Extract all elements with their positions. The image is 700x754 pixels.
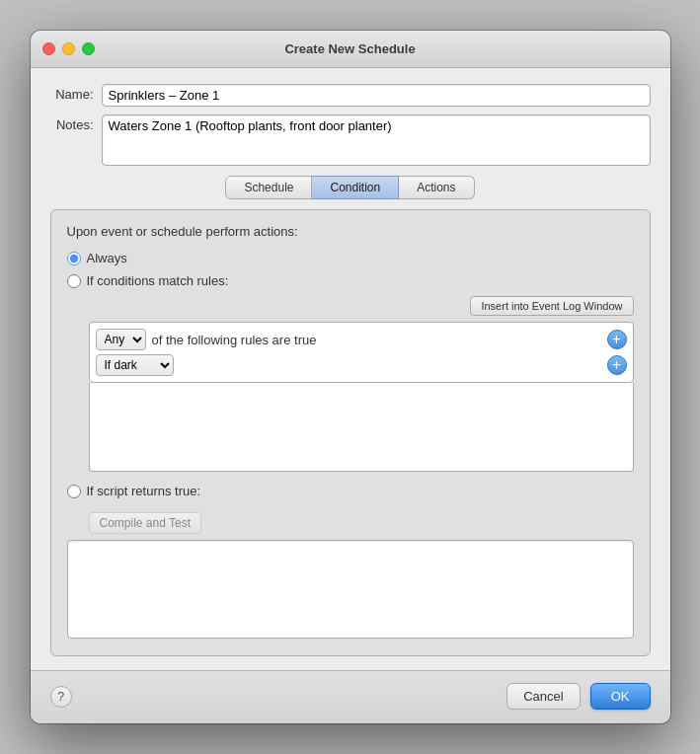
compile-button: Compile and Test	[89, 512, 202, 534]
content-panel: Upon event or schedule perform actions: …	[50, 209, 651, 656]
any-select[interactable]: Any All	[96, 329, 146, 350]
if-script-label: If script returns true:	[87, 484, 201, 498]
always-row: Always	[67, 251, 634, 265]
notes-label: Notes:	[50, 114, 102, 132]
window-body: Name: Notes: Waters Zone 1 (Rooftop plan…	[31, 68, 670, 670]
name-row: Name:	[50, 84, 651, 107]
if-dark-select[interactable]: If dark If light If sunrise If sunset	[96, 354, 174, 376]
if-conditions-radio[interactable]	[67, 274, 81, 288]
maximize-button[interactable]	[82, 42, 95, 55]
if-script-row: If script returns true:	[67, 484, 634, 498]
rules-empty-area	[89, 383, 634, 472]
tab-actions[interactable]: Actions	[399, 176, 474, 199]
action-buttons: Cancel OK	[506, 683, 650, 710]
any-rules-row: Any All of the following rules are true …	[96, 329, 627, 350]
script-textarea[interactable]	[67, 540, 634, 639]
insert-row: Insert into Event Log Window	[89, 296, 634, 322]
if-script-radio[interactable]	[67, 485, 81, 498]
name-label: Name:	[50, 84, 102, 102]
if-dark-row: If dark If light If sunrise If sunset +	[96, 354, 627, 376]
close-button[interactable]	[42, 42, 55, 55]
window-title: Create New Schedule	[284, 41, 415, 56]
if-conditions-row: If conditions match rules:	[67, 273, 634, 288]
bottom-bar: ? Cancel OK	[31, 670, 670, 723]
compile-row: Compile and Test	[67, 506, 634, 540]
main-window: Create New Schedule Name: Notes: Waters …	[31, 31, 670, 723]
conditions-panel: Insert into Event Log Window Any All of …	[89, 296, 634, 472]
notes-row: Notes: Waters Zone 1 (Rooftop plants, fr…	[50, 114, 651, 166]
minimize-button[interactable]	[62, 42, 75, 55]
name-input[interactable]	[102, 84, 651, 107]
ok-button[interactable]: OK	[590, 683, 651, 710]
always-label: Always	[87, 251, 127, 265]
cancel-button[interactable]: Cancel	[506, 683, 580, 710]
tab-schedule[interactable]: Schedule	[225, 176, 312, 199]
titlebar: Create New Schedule	[31, 31, 670, 68]
window-controls	[42, 42, 95, 55]
tab-condition[interactable]: Condition	[312, 176, 399, 199]
rules-box: Any All of the following rules are true …	[89, 322, 634, 383]
insert-log-button[interactable]: Insert into Event Log Window	[470, 296, 633, 316]
add-rule-button[interactable]: +	[607, 330, 627, 349]
always-radio[interactable]	[67, 252, 81, 265]
notes-input[interactable]: Waters Zone 1 (Rooftop plants, front doo…	[102, 114, 651, 166]
panel-description: Upon event or schedule perform actions:	[67, 224, 634, 239]
add-dark-rule-button[interactable]: +	[607, 355, 627, 375]
help-button[interactable]: ?	[50, 686, 72, 708]
tab-bar: Schedule Condition Actions	[50, 176, 651, 199]
of-label: of the following rules are true	[152, 333, 601, 347]
if-conditions-label: If conditions match rules:	[87, 273, 229, 288]
